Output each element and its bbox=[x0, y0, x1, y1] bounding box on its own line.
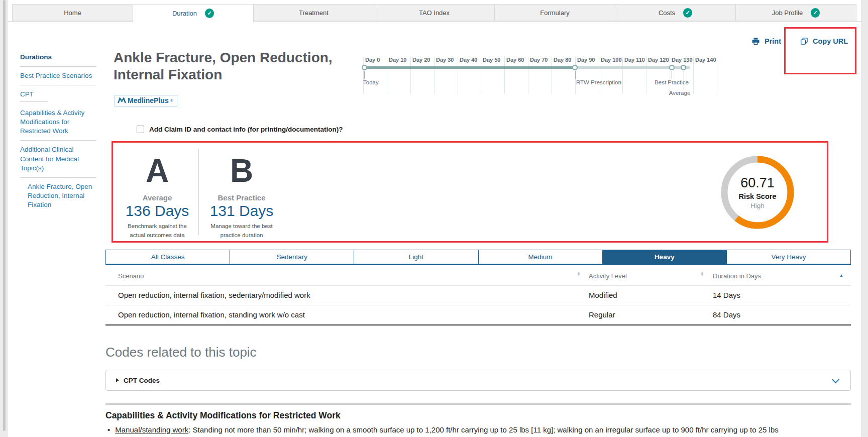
class-tab-heavy[interactable]: Heavy bbox=[603, 250, 727, 264]
table-row[interactable]: Open reduction, internal fixation, seden… bbox=[105, 286, 851, 305]
sidebar-divider bbox=[20, 101, 48, 102]
class-tab-all-classes[interactable]: All Classes bbox=[106, 250, 230, 264]
cell-activity-level: Regular bbox=[589, 305, 615, 324]
timeline-marker-best-practice: Best Practice bbox=[649, 79, 694, 85]
capabilities-bullet-text: : Standing not more than 50 min/hr; walk… bbox=[188, 425, 779, 434]
checkmark-icon: ✓ bbox=[683, 8, 692, 18]
copy-url-button[interactable]: Copy URL bbox=[800, 37, 848, 45]
top-tabbar: Home Duration ✓ Treatment TAO Index Form… bbox=[13, 4, 856, 22]
class-tab-sedentary[interactable]: Sedentary bbox=[230, 250, 354, 264]
cpt-codes-accordion[interactable]: CPT Codes bbox=[105, 370, 851, 391]
timeline-dot-today bbox=[362, 65, 367, 70]
sidebar-item-ankle-fracture[interactable]: Ankle Fracture, Open Reduction, Internal… bbox=[20, 178, 96, 214]
tab-home[interactable]: Home bbox=[12, 4, 133, 21]
timeline-day-label: Day 10 bbox=[389, 57, 406, 63]
page: Home Duration ✓ Treatment TAO Index Form… bbox=[0, 0, 868, 437]
capabilities-bullet: •Manual/standing work: Standing not more… bbox=[107, 424, 857, 436]
page-title: Ankle Fracture, Open Reduction, Internal… bbox=[114, 49, 345, 83]
cell-activity-level: Modified bbox=[589, 286, 617, 305]
sidebar-item-durations[interactable]: Durations bbox=[20, 48, 96, 67]
tab-treatment[interactable]: Treatment bbox=[253, 4, 374, 21]
risk-score-value: 60.71 bbox=[740, 175, 775, 191]
timeline-day-label: Day 60 bbox=[506, 57, 524, 63]
timeline-day-label: Day 110 bbox=[624, 57, 645, 63]
capabilities-bullet-term: Manual/standing work bbox=[115, 425, 188, 434]
section-divider bbox=[105, 403, 851, 405]
risk-score-label: Risk Score bbox=[739, 192, 777, 200]
class-tab-very-heavy[interactable]: Very Heavy bbox=[727, 250, 850, 264]
scenario-table: Scenario ▲▼ Activity Level ▲▼ Duration i… bbox=[105, 267, 851, 325]
timeline-day-label: Day 0 bbox=[365, 57, 380, 63]
duration-timeline: Day 0 Day 10 Day 20 Day 30 Day 40 Day 50… bbox=[363, 57, 721, 97]
print-button[interactable]: Print bbox=[751, 37, 781, 45]
sidebar-item-capabilities[interactable]: Capabilities & Activity Modifications fo… bbox=[20, 104, 96, 141]
left-scrollbar-thumb[interactable] bbox=[3, 0, 6, 431]
column-header-duration[interactable]: Duration in Days bbox=[713, 267, 761, 285]
copy-icon bbox=[800, 37, 808, 45]
timeline-day-label: Day 90 bbox=[577, 57, 595, 63]
copy-url-highlight-box bbox=[784, 27, 856, 74]
timeline-day-label: Day 40 bbox=[460, 57, 477, 63]
risk-score-gauge: 60.71 Risk Score High bbox=[715, 150, 800, 235]
sidebar-item-cpt[interactable]: CPT bbox=[20, 85, 96, 101]
timeline-day-label: Day 130 bbox=[672, 57, 693, 63]
risk-score-level: High bbox=[750, 202, 765, 209]
tab-costs[interactable]: Costs ✓ bbox=[615, 4, 736, 21]
timeline-marker-rtw-prescription: RTW Prescription bbox=[576, 79, 621, 85]
timeline-marker-average: Average bbox=[664, 90, 696, 96]
codes-section-heading: Codes related to this topic bbox=[105, 345, 257, 360]
cell-duration: 84 Days bbox=[713, 305, 740, 324]
column-header-scenario[interactable]: Scenario bbox=[118, 267, 144, 285]
best-practice-days-value: 131 Days bbox=[201, 202, 282, 219]
average-label: Average bbox=[117, 193, 197, 202]
timeline-dot-rtw bbox=[572, 65, 578, 70]
cell-scenario: Open reduction, internal fixation, seden… bbox=[118, 286, 310, 305]
class-tab-medium[interactable]: Medium bbox=[479, 250, 603, 264]
best-practice-label: Best Practice bbox=[201, 193, 282, 202]
best-practice-description: Manage toward the best practice duration bbox=[206, 222, 277, 240]
best-practice-duration-card: B Best Practice 131 Days Manage toward t… bbox=[201, 156, 282, 240]
tab-duration[interactable]: Duration ✓ bbox=[133, 4, 254, 23]
scenario-table-header: Scenario ▲▼ Activity Level ▲▼ Duration i… bbox=[105, 267, 851, 286]
timeline-marker-today: Today bbox=[363, 79, 379, 85]
average-description: Benchmark against the actual outcomes da… bbox=[122, 222, 193, 240]
tab-tao-index[interactable]: TAO Index bbox=[374, 4, 495, 21]
checkmark-icon: ✓ bbox=[811, 8, 820, 18]
column-header-activity-level[interactable]: Activity Level bbox=[589, 267, 627, 285]
class-tab-light[interactable]: Light bbox=[354, 250, 478, 264]
left-scrollbar-track bbox=[0, 0, 8, 437]
timeline-day-label: Day 50 bbox=[483, 57, 500, 63]
timeline-dot-average bbox=[681, 65, 686, 70]
card-divider bbox=[198, 149, 199, 235]
claim-info-checkbox[interactable] bbox=[137, 126, 144, 133]
timeline-dot-best-practice bbox=[669, 65, 675, 70]
sidebar-item-best-practice-scenarios[interactable]: Best Practice Scenarios bbox=[20, 67, 96, 85]
timeline-day-label: Day 20 bbox=[412, 57, 430, 63]
medlineplus-logo-icon bbox=[118, 97, 126, 104]
tab-formulary[interactable]: Formulary bbox=[494, 4, 615, 21]
sort-icon[interactable]: ▲▼ bbox=[700, 272, 704, 277]
tab-job-profile[interactable]: Job Profile ✓ bbox=[735, 4, 856, 21]
collapsed-triangle-icon bbox=[116, 378, 119, 382]
timeline-day-label: Day 80 bbox=[554, 57, 571, 63]
claim-info-label: Add Claim ID and contact info (for print… bbox=[149, 126, 343, 133]
duration-summary-panel: A Average 136 Days Benchmark against the… bbox=[112, 141, 828, 243]
timeline-day-label: Day 120 bbox=[648, 57, 669, 63]
checkmark-icon: ✓ bbox=[205, 9, 214, 18]
timeline-elapsed-segment bbox=[364, 66, 575, 69]
cell-duration: 14 Days bbox=[713, 286, 740, 305]
medlineplus-badge[interactable]: MedlinePlus® bbox=[115, 95, 177, 106]
sort-icon[interactable]: ▲▼ bbox=[577, 272, 581, 277]
cell-scenario: Open reduction, internal fixation, stand… bbox=[118, 305, 305, 324]
timeline-day-label: Day 30 bbox=[436, 57, 454, 63]
sidebar-item-additional-clinical-content[interactable]: Additional Clinical Content for Medical … bbox=[20, 141, 96, 178]
printer-icon bbox=[751, 37, 760, 45]
chevron-down-icon[interactable] bbox=[832, 376, 840, 384]
sort-ascending-icon[interactable]: ▲ bbox=[839, 273, 844, 278]
timeline-day-label: Day 70 bbox=[530, 57, 548, 63]
average-letter: A bbox=[117, 156, 197, 186]
table-row[interactable]: Open reduction, internal fixation, stand… bbox=[105, 305, 851, 325]
average-duration-card: A Average 136 Days Benchmark against the… bbox=[117, 156, 197, 240]
average-days-value: 136 Days bbox=[117, 202, 197, 219]
work-class-tabbar: All Classes Sedentary Light Medium Heavy… bbox=[105, 250, 851, 265]
